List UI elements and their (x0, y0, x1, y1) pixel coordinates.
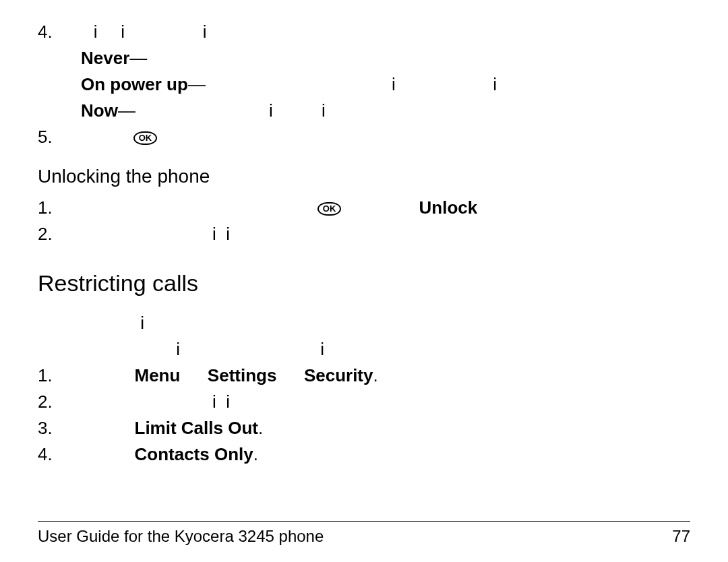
step-number: 1. (38, 363, 81, 389)
paragraph: have been saved in your Contacts Directo… (38, 336, 690, 363)
list-item: 1. From the home screen, press OK to sel… (38, 195, 690, 221)
option-never: Never—Does not lock the phone. (38, 45, 690, 71)
list-item: 2. Enter your four-digit lock code. (38, 389, 690, 415)
ok-icon: OK (317, 202, 342, 216)
paragraph: You can restrict the calls that can be m… (38, 310, 690, 336)
step-text: Enter your four-digit lock code. (81, 389, 319, 415)
option-text: Now—Locks the phone immediately. (81, 98, 366, 124)
list-item: 4. Select Contacts Only. (38, 441, 690, 468)
heading-restricting-calls: Restricting calls (38, 266, 690, 301)
step-number: 3. (38, 415, 81, 441)
page-footer: User Guide for the Kyocera 3245 phone 77 (38, 521, 690, 546)
page-number: 77 (672, 527, 690, 546)
list-item: 1. Select Menu → Settings → Security. (38, 363, 690, 389)
step-number: 1. (38, 195, 81, 221)
step-text: From the home screen, press OK to select… (81, 195, 483, 221)
step-number: 4. (38, 19, 81, 45)
option-on-power-up: On power up—Locks the phone every time y… (38, 71, 690, 98)
step-text: Press OK to save. (81, 124, 226, 150)
step-text: Select Limit Calls Out. (81, 415, 263, 441)
subheading-unlocking: Unlocking the phone (38, 162, 690, 191)
step-number: 2. (38, 221, 81, 247)
option-now: Now—Locks the phone immediately. (38, 98, 690, 124)
footer-title: User Guide for the Kyocera 3245 phone (38, 527, 324, 546)
page-body: 4. Highlight an option: Never—Does not l… (38, 19, 690, 468)
step-text: Select Menu → Settings → Security. (81, 363, 378, 389)
option-text: On power up—Locks the phone every time y… (81, 71, 531, 98)
ok-icon: OK (133, 131, 158, 145)
list-item: 5. Press OK to save. (38, 124, 690, 150)
option-text: Never—Does not lock the phone. (81, 45, 341, 71)
step-number: 5. (38, 124, 81, 150)
step-text: Enter your four-digit lock code. (81, 221, 319, 247)
step-text: Highlight an option: (81, 19, 231, 45)
list-item: 4. Highlight an option: (38, 19, 690, 45)
step-number: 4. (38, 441, 81, 468)
list-item: 3. Select Limit Calls Out. (38, 415, 690, 441)
list-item: 2. Enter your four-digit lock code. (38, 221, 690, 247)
step-text: Select Contacts Only. (81, 441, 258, 468)
step-number: 2. (38, 389, 81, 415)
